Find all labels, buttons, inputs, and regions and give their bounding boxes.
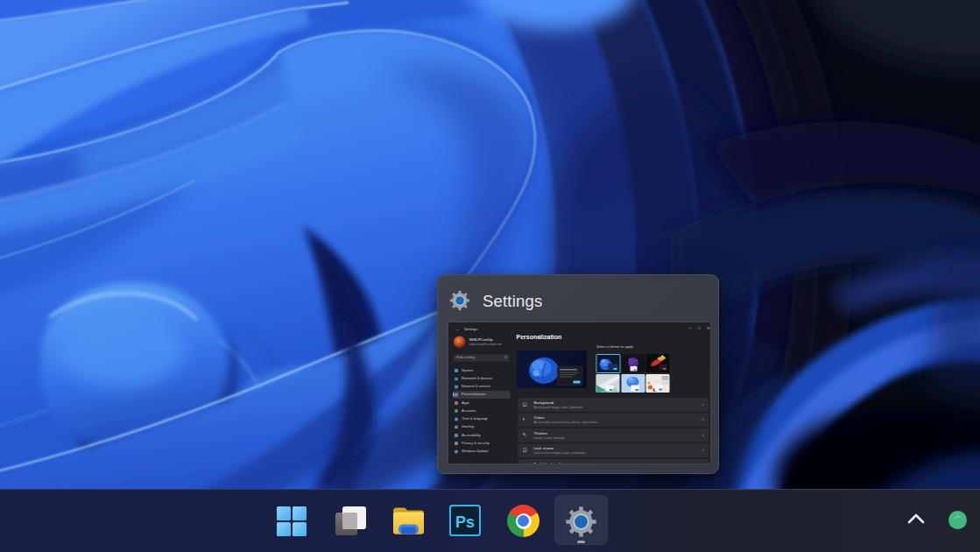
svg-text:Ps: Ps [455, 513, 475, 531]
